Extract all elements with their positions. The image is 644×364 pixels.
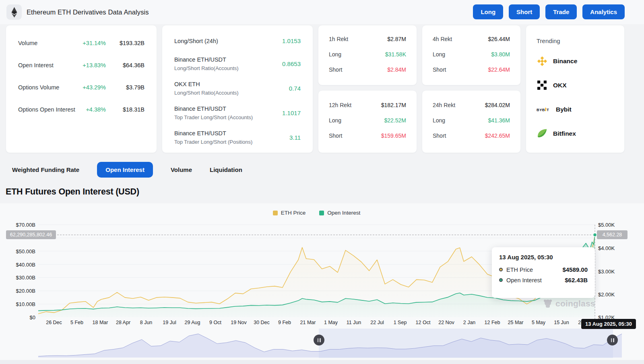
x-axis-tick: 12 Feb — [485, 320, 500, 325]
x-axis-tick: 9 Feb — [278, 320, 291, 325]
yellow-dot-icon — [499, 268, 503, 271]
eth-derivatives-dashboard: Ethereum ETH Derivatives Data Analysis L… — [0, 0, 644, 364]
y-right-tick: $4.00K — [598, 245, 630, 251]
tooltip-row-eth-price: ETH Price $4589.00 — [499, 266, 588, 273]
y-left-tick: $0 — [4, 314, 35, 321]
tooltip-row-open-interest: Open Interest $62.43B — [499, 277, 588, 283]
x-axis-tick: 21 Mar — [300, 320, 316, 325]
x-axis-tick: 28 Apr — [116, 320, 130, 325]
x-axis-tick: 22 Nov — [438, 320, 454, 325]
x-axis-tick: 8 Jun — [140, 320, 153, 325]
watermark-text: coinglass — [555, 299, 595, 308]
y-left-tick: $30.00B — [4, 275, 35, 281]
chart-tooltip: 13 Aug 2025, 05:30 ETH Price $4589.00 Op… — [492, 247, 595, 298]
x-axis-tick: 19 Nov — [231, 320, 247, 325]
x-axis-tick: 5 Feb — [70, 320, 83, 325]
y-right-tick: $3.00K — [598, 269, 630, 275]
legend-eth-price[interactable]: ETH Price — [273, 210, 306, 216]
y-left-tick: $70.00B — [4, 222, 35, 228]
x-axis-tick: 1 May — [324, 320, 338, 325]
x-axis-tick: 30 Dec — [254, 320, 270, 325]
tooltip-date: 13 Aug 2025, 05:30 — [499, 254, 588, 261]
legend-open-interest[interactable]: Open Interest — [319, 210, 360, 216]
navigator-right-handle[interactable] — [607, 335, 618, 345]
legend-label: Open Interest — [327, 210, 360, 216]
y-left-tick: $20.00B — [4, 288, 35, 294]
x-axis-tick: 2 Jan — [463, 320, 476, 325]
crosshair-left-value: 62,290,285,802.46 — [6, 230, 56, 239]
last-value-dot — [593, 233, 597, 237]
x-axis-tick: 19 Jul — [163, 320, 176, 325]
tooltip-label: ETH Price — [506, 267, 559, 273]
chart-canvas[interactable] — [0, 0, 644, 364]
x-axis-date-tooltip: 13 Aug 2025, 05:30 — [581, 319, 636, 329]
x-axis-tick: 15 Jun — [554, 320, 569, 325]
tooltip-label: Open Interest — [506, 277, 561, 283]
y-right-tick: $5.00K — [598, 222, 630, 228]
tooltip-value: $62.43B — [565, 277, 588, 283]
green-dot-icon — [499, 278, 503, 282]
crosshair-right-value: 4,562.28 — [597, 230, 627, 239]
navigator-left-handle[interactable] — [314, 335, 324, 345]
x-axis-tick: 26 Dec — [46, 320, 62, 325]
chart-legend: ETH Price Open Interest — [38, 210, 595, 216]
bottom-strip — [0, 360, 644, 364]
x-axis-tick: 29 Aug — [185, 320, 200, 325]
y-right-tick: $2.00K — [598, 292, 630, 298]
x-axis-tick: 12 Oct — [416, 320, 431, 325]
x-axis-tick: 18 Mar — [93, 320, 108, 325]
x-axis-tick: 1 Sep — [394, 320, 407, 325]
x-axis-tick: 5 May — [532, 320, 545, 325]
legend-swatch-yellow — [273, 211, 278, 215]
coinglass-mascot-icon — [543, 299, 553, 308]
y-left-tick: $50.00B — [4, 248, 35, 254]
x-axis-tick: 11 Jun — [347, 320, 361, 325]
legend-swatch-green — [319, 211, 324, 215]
x-axis-tick: 22 Jul — [370, 320, 384, 325]
y-left-tick: $10.00B — [4, 301, 35, 307]
x-axis-tick: 9 Oct — [209, 320, 221, 325]
x-axis-tick: 25 Mar — [508, 320, 524, 325]
legend-label: ETH Price — [281, 210, 306, 216]
coinglass-watermark: coinglass — [543, 299, 595, 308]
y-left-tick: $40.00B — [4, 262, 35, 268]
tooltip-value: $4589.00 — [562, 266, 588, 273]
